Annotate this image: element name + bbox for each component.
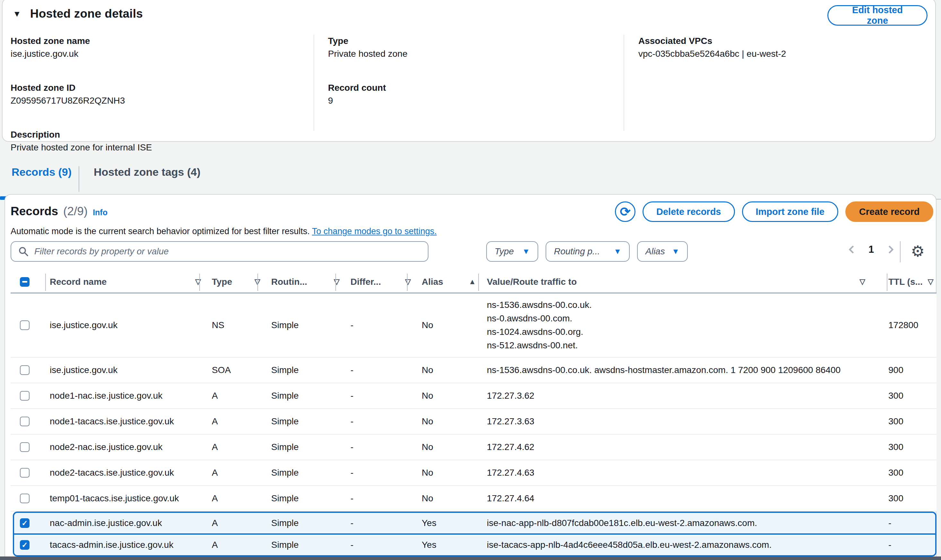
row-checkbox[interactable]: [20, 518, 29, 528]
table-row[interactable]: temp01-tacacs.ise.justice.gov.uk A Simpl…: [11, 486, 936, 512]
type-value: Private hosted zone: [328, 48, 604, 60]
type-filter-dropdown[interactable]: Type ▼: [486, 241, 538, 262]
routing-cell: Simple: [271, 416, 350, 426]
column-header-alias[interactable]: Alias ▲: [422, 277, 487, 287]
table-row[interactable]: ise.justice.gov.uk NS Simple - No ns-153…: [11, 294, 936, 358]
tab-records[interactable]: Records (9): [12, 166, 72, 178]
associated-vpcs-value: vpc-035cbba5e5264a6bc | eu-west-2: [639, 48, 927, 60]
table-row[interactable]: node1-nac.ise.justice.gov.uk A Simple - …: [11, 383, 936, 409]
table-row[interactable]: node1-tacacs.ise.justice.gov.uk A Simple…: [11, 409, 936, 435]
horizontal-scrollbar[interactable]: [0, 557, 941, 560]
alias-cell: Yes: [422, 540, 487, 550]
info-link[interactable]: Info: [93, 208, 108, 217]
table-row[interactable]: node2-tacacs.ise.justice.gov.uk A Simple…: [11, 460, 936, 486]
table-settings-gear-icon[interactable]: ⚙: [911, 244, 925, 259]
row-checkbox[interactable]: [20, 494, 29, 503]
alias-filter-label: Alias: [645, 246, 665, 257]
collapse-triangle-icon[interactable]: ▼: [13, 9, 21, 19]
value-cell: 172.27.4.63: [487, 466, 876, 480]
header-divider: [407, 274, 407, 291]
routing-cell: Simple: [271, 518, 350, 528]
tab-hosted-zone-tags[interactable]: Hosted zone tags (4): [94, 166, 200, 178]
ttl-cell: 300: [876, 442, 936, 452]
table-row[interactable]: node2-nac.ise.justice.gov.uk A Simple - …: [11, 435, 936, 460]
alias-filter-dropdown[interactable]: Alias ▼: [637, 241, 688, 262]
record-count-label: Record count: [328, 82, 604, 94]
ttl-cell: -: [876, 518, 935, 528]
type-cell: A: [212, 493, 271, 503]
current-page-number[interactable]: 1: [868, 244, 874, 255]
type-cell: SOA: [212, 365, 271, 375]
chevron-down-icon: ▼: [672, 247, 679, 256]
routing-cell: Simple: [271, 365, 350, 375]
row-checkbox[interactable]: [20, 468, 29, 478]
alias-cell: Yes: [422, 518, 487, 528]
type-cell: A: [212, 468, 271, 478]
routing-policy-filter-dropdown[interactable]: Routing p... ▼: [546, 241, 630, 262]
search-input[interactable]: [34, 246, 421, 257]
header-divider: [887, 274, 887, 291]
row-checkbox[interactable]: [20, 320, 29, 330]
records-title: Records: [11, 205, 58, 218]
details-column-divider: [313, 35, 314, 131]
differentiator-cell: -: [350, 493, 422, 503]
alias-cell: No: [422, 391, 487, 401]
tab-divider: [79, 166, 79, 192]
row-checkbox[interactable]: [20, 365, 29, 375]
filter-records-searchbox[interactable]: [11, 241, 429, 262]
column-header-ttl[interactable]: TTL (s... ▽: [876, 277, 936, 287]
column-header-differentiator[interactable]: Differ... ▽: [350, 277, 422, 287]
table-row-selected[interactable]: nac-admin.ise.justice.gov.uk A Simple - …: [14, 513, 935, 533]
filter-triangle-icon[interactable]: ▽: [405, 277, 411, 286]
previous-page-button[interactable]: [848, 245, 856, 253]
details-column-divider-2: [623, 35, 624, 131]
row-checkbox[interactable]: [20, 391, 29, 401]
column-header-value[interactable]: Value/Route traffic to ▽: [487, 277, 876, 287]
description-value: Private hosted zone for internal ISE: [11, 141, 299, 154]
select-all-checkbox[interactable]: [20, 277, 29, 287]
value-cell: 172.27.3.62: [487, 389, 876, 403]
sort-ascending-icon[interactable]: ▲: [469, 277, 476, 286]
table-row[interactable]: ise.justice.gov.uk SOA Simple - No ns-15…: [11, 358, 936, 383]
filter-triangle-icon[interactable]: ▽: [334, 277, 339, 286]
record-name-cell: nac-admin.ise.justice.gov.uk: [50, 518, 212, 528]
edit-hosted-zone-button[interactable]: Edit hosted zone: [827, 5, 927, 26]
column-header-routing[interactable]: Routin... ▽: [271, 277, 350, 287]
column-header-record-name[interactable]: Record name ▽: [50, 277, 212, 287]
chevron-down-icon: ▼: [522, 247, 530, 256]
routing-cell: Simple: [271, 540, 350, 550]
change-modes-link[interactable]: To change modes go to settings.: [312, 226, 437, 236]
alias-cell: No: [422, 468, 487, 478]
search-icon: [18, 246, 29, 257]
alias-cell: No: [422, 365, 487, 375]
chevron-down-icon: ▼: [614, 247, 621, 256]
type-label: Type: [328, 35, 604, 48]
type-cell: NS: [212, 320, 271, 330]
pagination-divider: [900, 241, 901, 262]
ttl-cell: 900: [876, 365, 936, 375]
filter-triangle-icon[interactable]: ▽: [859, 277, 865, 286]
value-cell: ise-nac-app-nlb-d807fcdab00e181c.elb.eu-…: [487, 516, 876, 530]
alias-cell: No: [422, 493, 487, 503]
record-name-cell: node2-nac.ise.justice.gov.uk: [50, 442, 212, 452]
differentiator-cell: -: [350, 468, 422, 478]
column-header-type[interactable]: Type ▽: [212, 277, 271, 287]
filter-triangle-icon[interactable]: ▽: [195, 277, 201, 286]
delete-records-button[interactable]: Delete records: [643, 202, 735, 222]
hosted-zone-name-value: ise.justice.gov.uk: [11, 48, 299, 60]
record-count-value: 9: [328, 94, 604, 107]
hosted-zone-id-value: Z095956717U8Z6R2QZNH3: [11, 94, 299, 107]
row-checkbox[interactable]: [20, 540, 29, 550]
refresh-button[interactable]: ⟳: [615, 202, 636, 222]
import-zone-file-button[interactable]: Import zone file: [742, 202, 838, 222]
record-name-cell: ise.justice.gov.uk: [50, 365, 212, 375]
ttl-cell: -: [876, 540, 935, 550]
next-page-button[interactable]: [886, 245, 894, 253]
records-count: (2/9): [63, 205, 88, 218]
header-divider: [335, 274, 336, 291]
filter-triangle-icon[interactable]: ▽: [928, 277, 933, 286]
row-checkbox[interactable]: [20, 442, 29, 452]
create-record-button[interactable]: Create record: [845, 202, 933, 222]
table-row-selected[interactable]: tacacs-admin.ise.justice.gov.uk A Simple…: [14, 535, 935, 555]
row-checkbox[interactable]: [20, 417, 29, 426]
